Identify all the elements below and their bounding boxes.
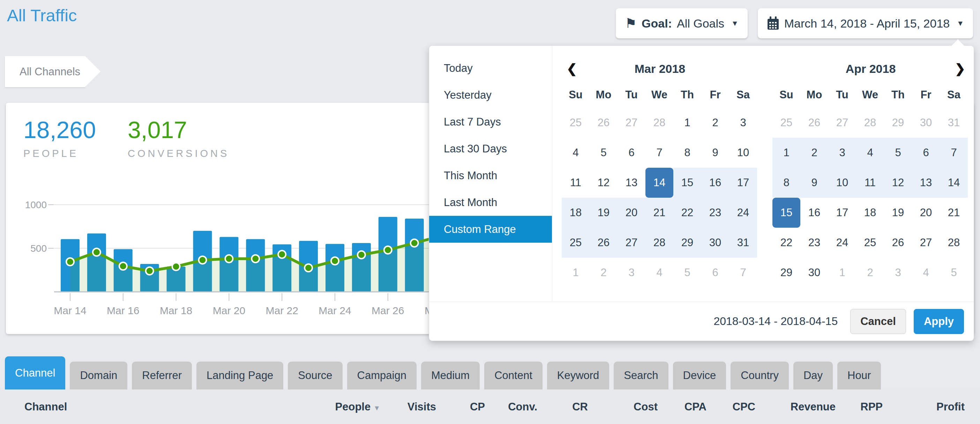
calendar-day[interactable]: 16 [800, 198, 828, 228]
calendar-day[interactable]: 20 [617, 198, 646, 228]
calendar-day[interactable]: 19 [590, 198, 617, 228]
calendar-day[interactable]: 2 [856, 258, 884, 287]
calendar-day[interactable]: 1 [673, 108, 701, 138]
calendar-day[interactable]: 30 [912, 108, 940, 138]
calendar-day[interactable]: 5 [940, 258, 968, 287]
calendar-day[interactable]: 1 [772, 138, 800, 168]
column-header-cp[interactable]: CP [436, 401, 485, 413]
calendar-day[interactable]: 4 [912, 258, 940, 287]
calendar-day[interactable]: 28 [646, 228, 673, 258]
calendar-day[interactable]: 1 [562, 258, 590, 287]
calendar-day[interactable]: 23 [701, 198, 729, 228]
goal-selector-button[interactable]: ⚑ Goal: All Goals ▼ [616, 8, 748, 38]
calendar-day[interactable]: 26 [800, 108, 828, 138]
calendar-day[interactable]: 13 [912, 168, 940, 198]
tab-search[interactable]: Search [614, 362, 668, 389]
calendar-day[interactable]: 6 [617, 138, 646, 168]
calendar-day[interactable]: 4 [646, 258, 673, 287]
calendar-day[interactable]: 4 [856, 138, 884, 168]
preset-last-month[interactable]: Last Month [429, 189, 552, 216]
calendar-day[interactable]: 22 [772, 228, 800, 258]
apply-button[interactable]: Apply [914, 309, 964, 334]
breadcrumb-all-channels[interactable]: All Channels [5, 56, 85, 87]
column-header-rpp[interactable]: RPP [835, 401, 883, 413]
calendar-day[interactable]: 27 [912, 228, 940, 258]
calendar-day[interactable]: 27 [828, 108, 856, 138]
calendar-day[interactable]: 17 [828, 198, 856, 228]
calendar-day[interactable]: 9 [701, 138, 729, 168]
calendar-day[interactable]: 14 [940, 168, 968, 198]
calendar-day[interactable]: 31 [729, 228, 757, 258]
cancel-button[interactable]: Cancel [850, 309, 906, 334]
calendar-day[interactable]: 14 [646, 168, 673, 198]
calendar-day[interactable]: 24 [828, 228, 856, 258]
calendar-day[interactable]: 10 [729, 138, 757, 168]
calendar-day[interactable]: 7 [940, 138, 968, 168]
column-header-channel[interactable]: Channel [14, 401, 321, 413]
calendar-day[interactable]: 7 [729, 258, 757, 287]
tab-domain[interactable]: Domain [70, 362, 127, 389]
calendar-day[interactable]: 8 [772, 168, 800, 198]
calendar-day[interactable]: 3 [828, 138, 856, 168]
calendar-day[interactable]: 26 [590, 228, 617, 258]
calendar-day[interactable]: 26 [590, 108, 617, 138]
calendar-day[interactable]: 12 [590, 168, 617, 198]
preset-yesterday[interactable]: Yesterday [429, 82, 552, 108]
column-header-cr[interactable]: CR [537, 401, 588, 413]
date-range-button[interactable]: March 14, 2018 - April 15, 2018 ▼ [758, 8, 973, 38]
tab-medium[interactable]: Medium [421, 362, 480, 389]
calendar-day[interactable]: 5 [884, 138, 912, 168]
calendar-day[interactable]: 5 [590, 138, 617, 168]
calendar-day[interactable]: 11 [856, 168, 884, 198]
column-header-revenue[interactable]: Revenue [755, 401, 835, 413]
calendar-day[interactable]: 3 [884, 258, 912, 287]
tab-source[interactable]: Source [288, 362, 342, 389]
calendar-day[interactable]: 18 [856, 198, 884, 228]
calendar-day[interactable]: 12 [884, 168, 912, 198]
calendar-day[interactable]: 25 [562, 108, 590, 138]
calendar-day[interactable]: 15 [673, 168, 701, 198]
calendar-day[interactable]: 20 [912, 198, 940, 228]
calendar-day[interactable]: 29 [884, 108, 912, 138]
calendar-day[interactable]: 19 [884, 198, 912, 228]
calendar-day[interactable]: 29 [772, 258, 800, 287]
calendar-day[interactable]: 27 [617, 228, 646, 258]
preset-last-30-days[interactable]: Last 30 Days [429, 135, 552, 162]
tab-content[interactable]: Content [484, 362, 542, 389]
calendar-day[interactable]: 11 [562, 168, 590, 198]
calendar-day[interactable]: 3 [729, 108, 757, 138]
preset-last-7-days[interactable]: Last 7 Days [429, 108, 552, 135]
calendar-day[interactable]: 4 [562, 138, 590, 168]
calendar-day[interactable]: 18 [562, 198, 590, 228]
calendar-day[interactable]: 28 [646, 108, 673, 138]
preset-this-month[interactable]: This Month [429, 162, 552, 189]
tab-device[interactable]: Device [673, 362, 726, 389]
column-header-cpa[interactable]: CPA [658, 401, 706, 413]
column-header-visits[interactable]: Visits [380, 401, 436, 413]
calendar-day[interactable]: 7 [646, 138, 673, 168]
calendar-day[interactable]: 2 [590, 258, 617, 287]
calendar-day[interactable]: 3 [617, 258, 646, 287]
calendar-day[interactable]: 6 [912, 138, 940, 168]
calendar-day[interactable]: 26 [884, 228, 912, 258]
calendar-day[interactable]: 25 [562, 228, 590, 258]
tab-hour[interactable]: Hour [837, 362, 881, 389]
column-header-conv-[interactable]: Conv. [485, 401, 537, 413]
calendar-day[interactable]: 21 [940, 198, 968, 228]
calendar-day[interactable]: 30 [701, 228, 729, 258]
column-header-cost[interactable]: Cost [588, 401, 658, 413]
calendar-day[interactable]: 31 [940, 108, 968, 138]
calendar-day[interactable]: 15 [772, 198, 800, 228]
preset-today[interactable]: Today [429, 55, 552, 82]
tab-channel[interactable]: Channel [5, 356, 65, 389]
column-header-people[interactable]: People▼ [321, 401, 380, 413]
calendar-day[interactable]: 21 [646, 198, 673, 228]
tab-country[interactable]: Country [730, 362, 789, 389]
preset-custom-range[interactable]: Custom Range [429, 216, 552, 243]
calendar-day[interactable]: 28 [856, 108, 884, 138]
calendar-day[interactable]: 23 [800, 228, 828, 258]
calendar-day[interactable]: 16 [701, 168, 729, 198]
tab-campaign[interactable]: Campaign [347, 362, 417, 389]
prev-month-icon[interactable]: ❮ [566, 56, 577, 82]
calendar-day[interactable]: 22 [673, 198, 701, 228]
